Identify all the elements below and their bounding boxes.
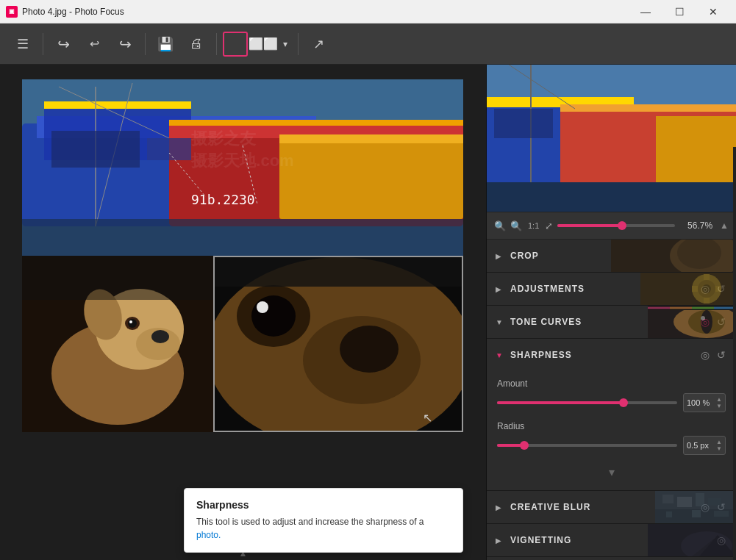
fit-icon[interactable]: ⤢ (545, 220, 553, 231)
maximize-button[interactable]: ☐ (662, 0, 696, 24)
sharpness-reset-icon[interactable]: ↺ (715, 348, 727, 362)
amount-value: 100 % (687, 398, 710, 407)
panel-resize-handle[interactable] (733, 147, 736, 560)
svg-rect-13 (147, 138, 191, 160)
undo-icon: ↩ (57, 35, 70, 53)
creative-blur-header[interactable]: ▶ CREATIVE BLUR ◎ ↺ (487, 491, 736, 523)
amount-thumb[interactable] (619, 398, 628, 407)
svg-point-55 (702, 284, 711, 293)
split-dropdown-button[interactable]: ▾ (279, 30, 292, 58)
save-icon: 💾 (157, 36, 174, 52)
menu-button[interactable]: ☰ (9, 30, 37, 58)
undo2-icon: ↩ (90, 37, 99, 51)
tooltip-text: This tool is used to adjust and increase… (196, 515, 451, 542)
sharpness-chevron: ▼ (496, 351, 504, 359)
redo-button[interactable]: ↪ (111, 30, 139, 58)
svg-point-34 (251, 295, 296, 337)
radius-spin-down[interactable]: ▼ (716, 446, 722, 452)
dog-photo-right: ↖ (213, 256, 463, 432)
split-view-button[interactable]: ⬜⬜ (249, 30, 277, 58)
canvas-area[interactable]: 91b.2230 (0, 65, 486, 560)
zoom-slider[interactable] (557, 224, 675, 227)
export-button[interactable]: ↗ (304, 30, 332, 58)
print-icon: 🖨 (190, 36, 203, 51)
window-title: Photo 4.jpg - Photo Focus (22, 7, 124, 17)
zoom-percentage: 56.7% (679, 220, 712, 231)
vignetting-bg-thumbnail (648, 524, 736, 556)
amount-spin-up[interactable]: ▲ (716, 397, 722, 403)
titlebar: ▣ Photo 4.jpg - Photo Focus — ☐ ✕ (0, 0, 736, 24)
amount-spin-down[interactable]: ▼ (716, 403, 722, 409)
amount-row: Amount 100 % ▲ ▼ (497, 378, 726, 412)
svg-rect-59 (715, 286, 721, 292)
tone-curves-section: ▼ TONE CURVES ◎ ↺ (487, 306, 736, 339)
export-icon: ↗ (313, 36, 324, 52)
preview-svg (487, 65, 736, 212)
svg-rect-37 (215, 257, 463, 287)
boats-svg: 91b.2230 (22, 79, 463, 256)
undo-button[interactable]: ↩ (49, 30, 77, 58)
toolbar-sep-2 (145, 33, 146, 55)
ratio-label[interactable]: 1:1 (528, 221, 539, 230)
crop-header[interactable]: ▶ CROP (487, 240, 736, 272)
svg-text:91b.2230: 91b.2230 (191, 192, 255, 207)
vignetting-header[interactable]: ▶ VIGNETTING ◎ (487, 524, 736, 556)
minimize-button[interactable]: — (629, 0, 662, 24)
vignetting-section: ▶ VIGNETTING ◎ (487, 524, 736, 557)
zoom-slider-thumb[interactable] (618, 221, 626, 230)
tone-curves-header[interactable]: ▼ TONE CURVES ◎ ↺ (487, 306, 736, 338)
boats-image: 91b.2230 (22, 79, 463, 256)
amount-slider[interactable] (497, 401, 677, 404)
radius-slider[interactable] (497, 444, 677, 447)
sharpness-tooltip: Sharpness This tool is used to adjust an… (184, 488, 463, 553)
sharpness-icons: ◎ ↺ (699, 348, 727, 362)
tooltip-link[interactable]: photo. (196, 530, 221, 540)
split-dropdown-icon: ▾ (283, 39, 287, 49)
svg-rect-14 (279, 138, 463, 219)
close-button[interactable]: ✕ (696, 0, 730, 24)
print-button[interactable]: 🖨 (182, 30, 210, 58)
svg-rect-47 (487, 182, 736, 212)
tone-curves-bg-thumbnail (648, 306, 736, 338)
adjustments-header[interactable]: ▶ ADJUSTMENTS ◎ ↺ (487, 273, 736, 305)
sharpness-header[interactable]: ▼ SHARPNESS ◎ ↺ (487, 339, 736, 371)
boats-photo: 91b.2230 (22, 79, 463, 256)
zoom-in-icon[interactable]: 🔍 (510, 220, 522, 231)
svg-rect-73 (677, 497, 692, 507)
svg-rect-79 (714, 511, 729, 517)
tone-curves-chevron: ▼ (496, 318, 504, 326)
sharpness-expand[interactable]: ▾ (497, 464, 726, 480)
radius-value-box[interactable]: 0.5 px ▲ ▼ (683, 436, 726, 455)
app-icon-text: ▣ (9, 8, 15, 15)
vignetting-bg-svg (648, 524, 736, 556)
svg-rect-44 (656, 116, 736, 182)
amount-fill (497, 401, 624, 404)
zoom-out-icon[interactable]: 🔍 (494, 220, 506, 231)
svg-point-26 (129, 320, 132, 323)
panel-collapse-icon[interactable]: ▲ (720, 220, 729, 231)
split-view-icon: ⬜⬜ (249, 37, 278, 51)
pink-square-button[interactable] (223, 32, 248, 57)
svg-rect-7 (169, 120, 463, 126)
redo-icon: ↪ (119, 35, 132, 53)
svg-rect-72 (662, 495, 674, 503)
save-button[interactable]: 💾 (151, 30, 179, 58)
radius-control: 0.5 px ▲ ▼ (497, 436, 726, 455)
undo2-button[interactable]: ↩ (80, 30, 108, 58)
creative-blur-bg-thumbnail (655, 491, 736, 523)
radius-spin-up[interactable]: ▲ (716, 439, 722, 445)
svg-rect-28 (22, 256, 213, 300)
svg-rect-16 (22, 219, 463, 256)
toolbar-sep-1 (43, 33, 43, 55)
adjustments-bg-svg (640, 273, 736, 305)
zoom-slider-fill (557, 224, 622, 227)
svg-point-25 (128, 319, 137, 328)
radius-thumb[interactable] (520, 441, 529, 450)
radius-label: Radius (497, 421, 726, 431)
sharpness-eye-icon[interactable]: ◎ (699, 348, 711, 362)
radius-row: Radius 0.5 px ▲ ▼ (497, 421, 726, 455)
preview-thumbnail (487, 65, 736, 212)
amount-value-box[interactable]: 100 % ▲ ▼ (683, 393, 726, 412)
crop-bg-thumbnail (611, 240, 736, 272)
svg-rect-15 (279, 134, 463, 143)
